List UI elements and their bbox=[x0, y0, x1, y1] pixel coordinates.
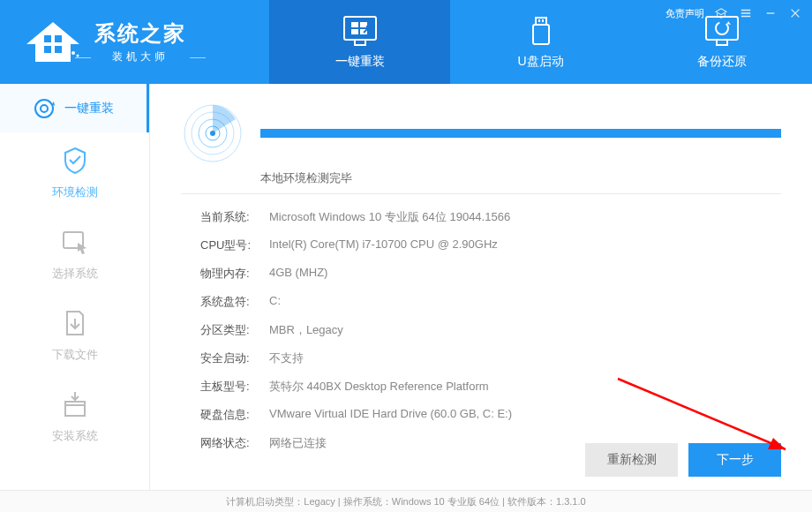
sidebar-label: 选择系统 bbox=[52, 266, 98, 282]
svg-rect-2 bbox=[44, 46, 51, 53]
svg-rect-1 bbox=[55, 35, 62, 42]
info-row-secure-boot: 安全启动:不支持 bbox=[181, 344, 781, 373]
radar-icon bbox=[181, 102, 244, 165]
shield-check-icon bbox=[60, 146, 90, 176]
progress-bar bbox=[260, 129, 781, 138]
svg-point-19 bbox=[35, 100, 53, 117]
header: 系统之家 装机大师 一键重装 U盘启动 备份还原 免责声明 bbox=[0, 0, 812, 84]
info-value: 英特尔 440BX Desktop Reference Platform bbox=[269, 379, 781, 395]
action-buttons: 重新检测 下一步 bbox=[585, 443, 781, 477]
info-row-cpu: CPU型号:Intel(R) Core(TM) i7-10700 CPU @ 2… bbox=[181, 231, 781, 260]
next-button[interactable]: 下一步 bbox=[688, 443, 781, 477]
footer: 计算机启动类型：Legacy | 操作系统：Windows 10 专业版 64位… bbox=[0, 490, 812, 512]
info-row-ram: 物理内存:4GB (MHZ) bbox=[181, 260, 781, 288]
svg-rect-7 bbox=[355, 40, 365, 45]
svg-rect-8 bbox=[351, 22, 358, 27]
progress-text: 本地环境检测完毕 bbox=[260, 170, 781, 186]
tab-reinstall[interactable]: 一键重装 bbox=[269, 0, 450, 84]
svg-rect-14 bbox=[542, 19, 544, 22]
body: 一键重装 环境检测 选择系统 下载文件 安装系统 bbox=[0, 84, 812, 490]
divider bbox=[181, 193, 781, 194]
info-label: 安全启动: bbox=[181, 350, 269, 366]
info-label: 系统盘符: bbox=[181, 294, 269, 310]
info-row-motherboard: 主板型号:英特尔 440BX Desktop Reference Platfor… bbox=[181, 373, 781, 401]
info-value: Microsoft Windows 10 专业版 64位 19044.1566 bbox=[269, 209, 781, 225]
svg-rect-15 bbox=[533, 25, 549, 44]
info-label: 物理内存: bbox=[181, 266, 269, 282]
info-value: Intel(R) Core(TM) i7-10700 CPU @ 2.90GHz bbox=[269, 237, 781, 253]
tab-label: 一键重装 bbox=[335, 54, 385, 70]
info-row-partition: 分区类型:MBR，Legacy bbox=[181, 316, 781, 344]
sidebar-item-reinstall[interactable]: 一键重装 bbox=[0, 84, 149, 132]
svg-rect-17 bbox=[717, 40, 727, 45]
close-button[interactable] bbox=[787, 5, 803, 21]
svg-point-20 bbox=[41, 105, 48, 112]
svg-point-4 bbox=[71, 51, 75, 55]
sidebar-label: 安装系统 bbox=[52, 428, 98, 444]
logo-title: 系统之家 bbox=[94, 19, 186, 48]
info-label: 网络状态: bbox=[181, 435, 269, 451]
info-label: CPU型号: bbox=[181, 237, 269, 253]
info-value: 4GB (MHZ) bbox=[269, 266, 781, 282]
svg-rect-22 bbox=[65, 402, 85, 416]
tab-usb-boot[interactable]: U盘启动 bbox=[450, 0, 631, 84]
info-value: C: bbox=[269, 294, 781, 310]
sidebar-label: 下载文件 bbox=[52, 347, 98, 363]
svg-rect-6 bbox=[344, 17, 376, 40]
svg-rect-0 bbox=[44, 35, 51, 42]
info-row-drive-letter: 系统盘符:C: bbox=[181, 288, 781, 316]
svg-rect-9 bbox=[360, 22, 367, 27]
logo-area: 系统之家 装机大师 bbox=[0, 0, 269, 84]
tab-label: 备份还原 bbox=[697, 54, 747, 70]
tab-label: U盘启动 bbox=[517, 54, 563, 70]
minimize-button[interactable] bbox=[763, 5, 778, 21]
download-file-icon bbox=[60, 308, 90, 338]
info-label: 当前系统: bbox=[181, 209, 269, 225]
info-value: VMware Virtual IDE Hard Drive (60.0 GB, … bbox=[269, 407, 781, 423]
graduation-cap-icon[interactable] bbox=[713, 5, 729, 21]
progress-row bbox=[181, 102, 781, 165]
menu-icon[interactable] bbox=[738, 5, 754, 21]
info-row-os: 当前系统:Microsoft Windows 10 专业版 64位 19044.… bbox=[181, 203, 781, 231]
content: 本地环境检测完毕 当前系统:Microsoft Windows 10 专业版 6… bbox=[150, 84, 812, 490]
disclaimer-link[interactable]: 免责声明 bbox=[665, 7, 704, 20]
sidebar-item-install[interactable]: 安装系统 bbox=[0, 376, 149, 457]
logo-subtitle: 装机大师 bbox=[94, 49, 186, 64]
svg-rect-12 bbox=[536, 18, 546, 25]
info-label: 主板型号: bbox=[181, 379, 269, 395]
retest-button[interactable]: 重新检测 bbox=[585, 443, 678, 477]
info-label: 分区类型: bbox=[181, 322, 269, 338]
target-refresh-icon bbox=[33, 97, 56, 120]
logo-house-icon bbox=[22, 18, 84, 66]
sidebar: 一键重装 环境检测 选择系统 下载文件 安装系统 bbox=[0, 84, 150, 490]
svg-rect-3 bbox=[55, 46, 62, 53]
sidebar-label: 环境检测 bbox=[52, 184, 98, 200]
svg-rect-13 bbox=[538, 19, 540, 22]
window-cursor-icon bbox=[60, 227, 90, 257]
info-value: 不支持 bbox=[269, 350, 781, 366]
sidebar-item-download[interactable]: 下载文件 bbox=[0, 295, 149, 376]
info-row-disk: 硬盘信息:VMware Virtual IDE Hard Drive (60.0… bbox=[181, 401, 781, 429]
info-label: 硬盘信息: bbox=[181, 407, 269, 423]
footer-text: 计算机启动类型：Legacy | 操作系统：Windows 10 专业版 64位… bbox=[226, 495, 585, 508]
svg-rect-10 bbox=[351, 29, 358, 34]
install-box-icon bbox=[60, 389, 90, 419]
svg-point-18 bbox=[716, 22, 728, 34]
usb-drive-icon bbox=[523, 15, 559, 47]
title-bar-actions: 免责声明 bbox=[665, 5, 803, 21]
info-value: MBR，Legacy bbox=[269, 322, 781, 338]
sidebar-item-env-check[interactable]: 环境检测 bbox=[0, 132, 149, 214]
monitor-windows-icon bbox=[342, 15, 378, 47]
sidebar-label: 一键重装 bbox=[64, 101, 114, 117]
sidebar-item-select-system[interactable]: 选择系统 bbox=[0, 214, 149, 295]
